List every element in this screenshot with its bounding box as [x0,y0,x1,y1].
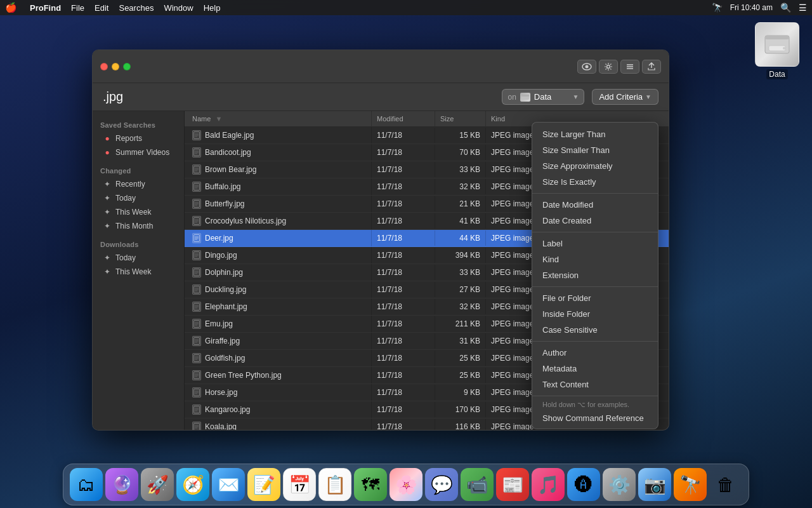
dock-item-siri[interactable]: 🔮 [105,468,138,501]
file-cell-name: Green Tree Python.jpg [185,367,372,384]
case-sensitive-item[interactable]: Case Sensitive [532,322,658,338]
file-icon [192,250,201,260]
author-item[interactable]: Author [532,345,658,361]
tools-button[interactable] [620,60,639,74]
sidebar-item-this-month[interactable]: ✦ This Month [95,219,181,233]
file-size: 70 KB [435,145,486,160]
file-modified: 11/7/18 [372,333,435,349]
dock-item-news[interactable]: 📰 [496,468,529,501]
this-week-icon: ✦ [103,208,112,217]
share-button[interactable] [642,60,661,74]
disk-icon-image [755,22,799,67]
dock-item-calendar[interactable]: 📅 [283,468,316,501]
metadata-item[interactable]: Metadata [532,361,658,377]
add-criteria-button[interactable]: Add Criteria ▼ [592,89,658,105]
window-titlebar [93,50,669,83]
dock-item-profind[interactable]: 🔭 [674,468,707,501]
location-selector[interactable]: on Data ▼ [502,89,584,105]
file-name: Buffalo.jpg [205,182,241,191]
dock-item-music[interactable]: 🎵 [532,468,565,501]
menubar-time: Fri 10:40 am [730,3,773,12]
dock-item-app-store[interactable]: 🅐 [567,468,600,501]
file-icon [192,199,201,209]
svg-rect-11 [521,95,529,97]
menu-edit[interactable]: Edit [95,3,108,13]
file-cell-name: Dolphin.jpg [185,264,372,281]
date-created-item[interactable]: Date Created [532,213,658,229]
dock-item-finder[interactable]: 🗂 [70,468,103,501]
size-approximately-item[interactable]: Size Approximately [532,158,658,174]
extension-item[interactable]: Extension [532,267,658,283]
size-is-exactly-item[interactable]: Size Is Exactly [532,174,658,190]
dock-item-screenshot[interactable]: 📷 [638,468,671,501]
apple-menu[interactable]: 🍎 [5,2,17,13]
dock-item-safari[interactable]: 🧭 [176,468,209,501]
file-size: 32 KB [435,299,486,314]
col-header-modified[interactable]: Modified [372,111,435,126]
close-button[interactable] [100,63,108,70]
sidebar-item-downloads-this-week[interactable]: ✦ This Week [95,265,181,279]
svg-rect-1 [765,36,789,39]
dock-item-discord[interactable]: 💬 [425,468,458,501]
file-cell-name: Horse.jpg [185,384,372,401]
text-content-item[interactable]: Text Content [532,377,658,392]
menu-profind[interactable]: ProFind [30,3,61,13]
minimize-button[interactable] [112,63,119,70]
file-name: Goldfish.jpg [205,354,245,363]
maximize-button[interactable] [123,63,131,70]
sidebar-item-today[interactable]: ✦ Today [95,191,181,205]
search-query[interactable]: .jpg [103,90,123,104]
sidebar-item-downloads-today[interactable]: ✦ Today [95,251,181,265]
dock-item-launchpad[interactable]: 🚀 [141,468,174,501]
eye-button[interactable] [577,60,596,74]
dock-item-maps[interactable]: 🗺 [354,468,387,501]
control-center-icon[interactable]: ☰ [799,3,807,13]
dock-item-reminders[interactable]: 📋 [318,468,351,501]
gear-button[interactable] [599,60,618,74]
size-larger-than-item[interactable]: Size Larger Than [532,126,658,142]
file-name: Dolphin.jpg [205,268,243,277]
file-modified: 11/7/18 [372,162,435,177]
menu-searches[interactable]: Searches [119,3,154,13]
file-cell-name: Bald Eagle.jpg [185,127,372,144]
col-header-name[interactable]: Name ▼ [185,111,372,126]
dock: 🗂🔮🚀🧭✉️📝📅📋🗺🌸💬📹📰🎵🅐⚙️📷🔭🗑 [63,464,749,505]
file-or-folder-item[interactable]: File or Folder [532,290,658,306]
dock-item-mail[interactable]: ✉️ [212,468,245,501]
dock-item-system-preferences[interactable]: ⚙️ [603,468,636,501]
file-name: Koala.jpg [205,422,237,430]
dock-item-trash[interactable]: 🗑 [709,468,742,501]
recently-label: Recently [115,180,145,189]
dock-item-facetime[interactable]: 📹 [461,468,494,501]
date-modified-item[interactable]: Date Modified [532,197,658,213]
sidebar-item-this-week[interactable]: ✦ This Week [95,205,181,219]
menu-window[interactable]: Window [164,3,193,13]
label-item[interactable]: Label [532,236,658,251]
sidebar-item-recently[interactable]: ✦ Recently [95,177,181,191]
status-bar: Data › Animals 34 items found [93,430,669,431]
desktop-disk-icon[interactable]: Data [755,22,799,79]
inside-folder-item[interactable]: Inside Folder [532,306,658,322]
summer-videos-icon: ● [103,148,112,157]
file-modified: 11/7/18 [372,196,435,211]
file-cell-name: Dingo.jpg [185,247,372,264]
file-cell-name: Deer.jpg [185,230,372,246]
menu-file[interactable]: File [71,3,84,13]
search-menubar-icon[interactable]: 🔍 [780,3,791,13]
col-header-size[interactable]: Size [435,111,486,126]
sidebar-item-summer-videos[interactable]: ● Summer Videos [95,145,181,159]
file-icon [192,182,201,192]
dock-item-photos[interactable]: 🌸 [390,468,422,501]
file-size: 9 KB [435,385,486,400]
kind-item[interactable]: Kind [532,251,658,267]
menu-help[interactable]: Help [204,3,221,13]
file-name: Crocodylus Niloticus.jpg [205,217,286,225]
disk-selector-icon [520,93,530,102]
separator-1 [532,193,658,194]
file-size: 33 KB [435,265,486,280]
dock-item-notes[interactable]: 📝 [247,468,280,501]
file-name: Deer.jpg [205,234,233,243]
sidebar-item-reports[interactable]: ● Reports [95,131,181,145]
show-command-reference-item[interactable]: Show Command Reference [532,410,658,426]
size-smaller-than-item[interactable]: Size Smaller Than [532,142,658,158]
